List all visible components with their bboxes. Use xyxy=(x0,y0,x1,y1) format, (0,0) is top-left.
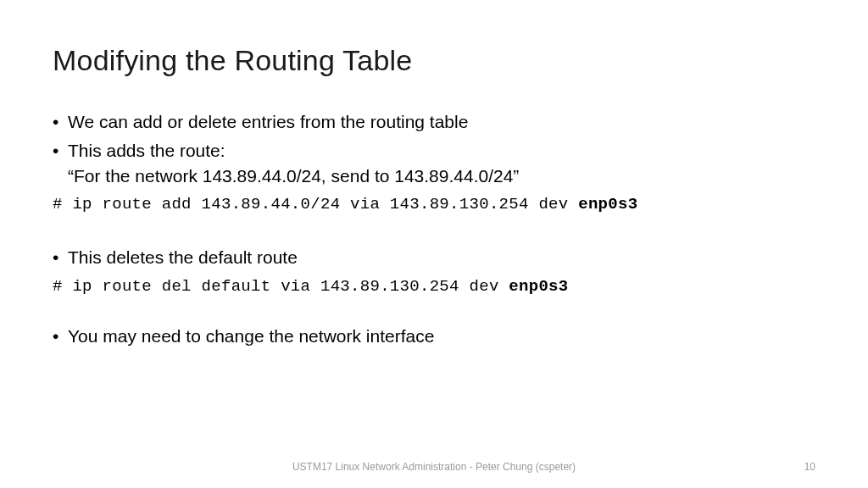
bullet-text-2a: This adds the route: xyxy=(68,141,225,160)
bullet-text-1: We can add or delete entries from the ro… xyxy=(68,109,815,135)
bullet-icon: • xyxy=(53,138,68,189)
bullet-item-3: • This deletes the default route xyxy=(53,245,815,270)
code-add-pre: # ip route add 143.89.44.0/24 via 143.89… xyxy=(53,195,578,214)
bullet-text-3: This deletes the default route xyxy=(68,245,815,270)
code-del-dev: enp0s3 xyxy=(509,277,568,296)
bullet-text-2: This adds the route: “For the network 14… xyxy=(68,138,815,189)
bullet-icon: • xyxy=(53,245,68,270)
bullet-icon: • xyxy=(53,324,68,349)
slide-body: • We can add or delete entries from the … xyxy=(53,109,815,349)
bullet-text-4: You may need to change the network inter… xyxy=(68,324,815,349)
code-add-dev: enp0s3 xyxy=(578,195,637,214)
code-line-add: # ip route add 143.89.44.0/24 via 143.89… xyxy=(53,193,815,216)
code-del-pre: # ip route del default via 143.89.130.25… xyxy=(53,277,509,296)
bullet-text-2b: “For the network 143.89.44.0/24, send to… xyxy=(68,166,519,186)
bullet-icon: • xyxy=(53,109,68,135)
bullet-item-1: • We can add or delete entries from the … xyxy=(53,109,815,135)
code-line-del: # ip route del default via 143.89.130.25… xyxy=(53,275,815,298)
bullet-item-4: • You may need to change the network int… xyxy=(53,324,815,349)
page-number: 10 xyxy=(804,461,815,473)
slide-title: Modifying the Routing Table xyxy=(53,44,815,77)
bullet-item-2: • This adds the route: “For the network … xyxy=(53,138,815,189)
footer-text: USTM17 Linux Network Administration - Pe… xyxy=(0,461,868,473)
